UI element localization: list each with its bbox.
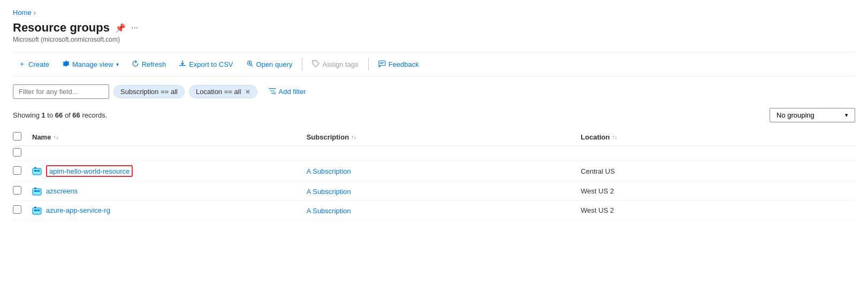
row3-name-cell: azure-app-service-rg <box>32 206 307 215</box>
row2-subscription-link[interactable]: A Subscription <box>307 188 351 196</box>
records-total: 66 <box>72 111 80 119</box>
create-button[interactable]: ＋ Create <box>13 57 55 72</box>
resource-group-icon <box>32 166 42 176</box>
select-all-checkbox-cell <box>13 132 32 142</box>
table-row: azscreens A Subscription West US 2 <box>13 182 855 201</box>
table-row: ㅤ <box>13 146 855 161</box>
refresh-icon <box>132 60 139 69</box>
highlighted-row-border: apim-hello-world-resource <box>46 165 133 177</box>
query-icon <box>246 60 254 69</box>
svg-rect-10 <box>34 190 37 192</box>
grouping-dropdown[interactable]: No grouping ▾ <box>770 108 855 122</box>
location-filter-close[interactable]: ✕ <box>245 88 250 96</box>
svg-rect-15 <box>37 210 40 211</box>
subscription-column-header[interactable]: Subscription ↑↓ <box>307 132 581 142</box>
resource-group-icon-2 <box>32 187 42 196</box>
subscription-filter-pill[interactable]: Subscription == all <box>113 85 185 98</box>
row3-checkbox-cell <box>13 205 32 215</box>
row1-subscription-cell: A Subscription <box>307 167 581 175</box>
svg-point-1 <box>314 61 315 62</box>
row1-checkbox[interactable] <box>13 166 21 175</box>
toolbar-separator-2 <box>368 58 369 71</box>
row3-checkbox[interactable] <box>13 205 21 214</box>
toolbar: ＋ Create Manage view ▾ Refresh Ex <box>13 52 855 76</box>
filter-bar: Subscription == all Location == all ✕ Ad… <box>13 84 855 99</box>
row1-location-cell: Central US <box>581 167 855 175</box>
svg-rect-12 <box>33 208 41 214</box>
svg-rect-8 <box>33 189 41 195</box>
settings-icon <box>62 60 70 69</box>
row2-location-cell: West US 2 <box>581 187 855 195</box>
location-filter-pill[interactable]: Location == all ✕ <box>189 85 257 98</box>
row2-subscription-cell: A Subscription <box>307 187 581 196</box>
name-column-header[interactable]: Name ↑↓ <box>32 132 307 142</box>
row3-subscription-cell: A Subscription <box>307 206 581 215</box>
row2-checkbox[interactable] <box>13 186 21 195</box>
more-options-icon[interactable]: ··· <box>131 23 138 33</box>
assign-tags-button[interactable]: Assign tags <box>307 57 363 72</box>
refresh-button[interactable]: Refresh <box>126 57 172 72</box>
pin-icon[interactable]: 📌 <box>115 23 126 33</box>
location-sort-icon: ↑↓ <box>612 134 618 140</box>
toolbar-separator-1 <box>302 58 302 71</box>
name-sort-icon: ↑↓ <box>53 134 58 140</box>
records-start: 1 <box>41 111 45 119</box>
row3-name-link[interactable]: azure-app-service-rg <box>46 206 110 214</box>
add-filter-button[interactable]: Add filter <box>262 84 313 99</box>
svg-rect-2 <box>379 60 385 65</box>
row3-location-cell: West US 2 <box>581 206 855 214</box>
subscription-sort-icon: ↑↓ <box>351 134 356 140</box>
row1-subscription-link[interactable]: A Subscription <box>307 167 351 175</box>
tag-icon <box>312 60 319 69</box>
open-query-button[interactable]: Open query <box>241 57 298 72</box>
feedback-icon <box>378 60 386 69</box>
plus-icon: ＋ <box>18 59 26 69</box>
chevron-down-icon: ▾ <box>116 61 119 67</box>
resource-groups-table: Name ↑↓ Subscription ↑↓ Location ↑↓ ㅤ <box>13 129 855 220</box>
row1-name-link[interactable]: apim-hello-world-resource <box>49 167 130 175</box>
export-csv-button[interactable]: Export to CSV <box>173 57 238 72</box>
table-header-row: Name ↑↓ Subscription ↑↓ Location ↑↓ <box>13 129 855 146</box>
partial-row-checkbox[interactable] <box>13 148 21 157</box>
svg-rect-11 <box>37 190 40 192</box>
breadcrumb: Home › <box>13 9 855 17</box>
partial-checkbox-cell <box>13 148 32 158</box>
table-row: apim-hello-world-resource A Subscription… <box>13 161 855 182</box>
svg-rect-14 <box>34 210 37 211</box>
grouping-label: No grouping <box>776 111 814 119</box>
breadcrumb-separator: › <box>34 9 36 17</box>
svg-rect-7 <box>37 170 40 172</box>
download-icon <box>179 60 186 69</box>
manage-view-button[interactable]: Manage view ▾ <box>57 57 124 72</box>
table-row: azure-app-service-rg A Subscription West… <box>13 201 855 220</box>
row2-name-cell: azscreens <box>32 187 307 196</box>
resource-group-icon-3 <box>32 206 42 215</box>
records-end: 66 <box>55 111 63 119</box>
page-title: Resource groups <box>13 21 110 35</box>
row3-subscription-link[interactable]: A Subscription <box>307 207 351 215</box>
page-header: Resource groups 📌 ··· <box>13 21 855 35</box>
records-info-bar: Showing 1 to 66 of 66 records. No groupi… <box>13 108 855 122</box>
row2-name-link[interactable]: azscreens <box>46 187 78 195</box>
select-all-checkbox[interactable] <box>13 132 21 141</box>
row1-name-cell: apim-hello-world-resource <box>32 165 307 177</box>
feedback-button[interactable]: Feedback <box>373 57 424 72</box>
svg-rect-4 <box>33 168 41 175</box>
location-column-header[interactable]: Location ↑↓ <box>581 132 855 142</box>
svg-rect-6 <box>34 170 37 172</box>
records-count-text: Showing 1 to 66 of 66 records. <box>13 111 107 119</box>
search-input[interactable] <box>13 84 109 99</box>
grouping-chevron-icon: ▾ <box>845 112 848 119</box>
row1-checkbox-cell <box>13 166 32 176</box>
add-filter-icon <box>269 87 276 96</box>
page-subtitle: Microsoft (microsoft.onmicrosoft.com) <box>13 36 855 43</box>
partial-name-cell: ㅤ <box>32 149 307 158</box>
home-link[interactable]: Home <box>13 9 32 17</box>
row2-checkbox-cell <box>13 186 32 196</box>
